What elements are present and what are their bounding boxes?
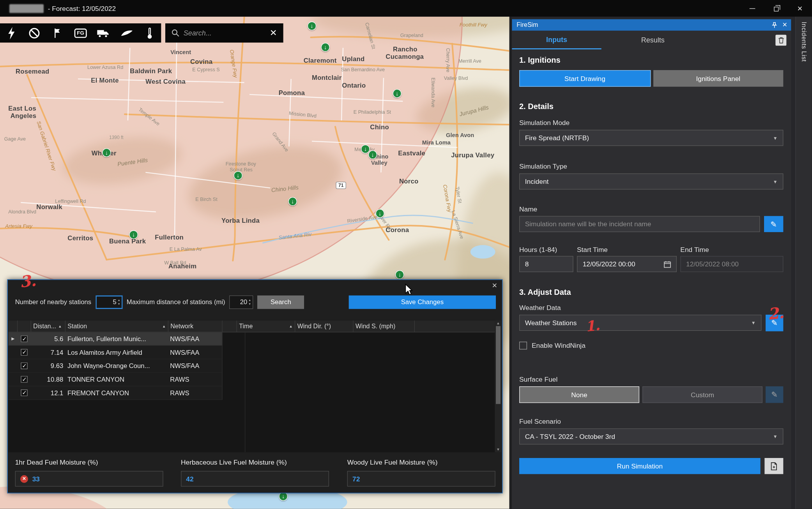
incidents-list-label: Incidents List <box>800 22 808 62</box>
fuel-scenario-select[interactable]: CA - TSYL 2022 - October 3rd ▼ <box>519 428 783 444</box>
tab-results[interactable]: Results <box>601 31 704 49</box>
stations-panel-close-icon[interactable]: ✕ <box>492 282 497 289</box>
header-station[interactable]: Station▲ <box>65 321 168 332</box>
weather-station-marker-icon[interactable]: ↓ <box>129 230 138 239</box>
header-blank <box>223 321 237 332</box>
station-name: John Wayne-Orange Coun... <box>65 362 168 370</box>
export-simulation-button[interactable] <box>764 458 783 474</box>
weather-station-marker-icon[interactable]: ↓ <box>234 171 242 180</box>
woody-fuel-moisture-label: Woody Live Fuel Moisture (%) <box>347 458 495 466</box>
minimize-button[interactable] <box>740 0 764 17</box>
weather-data-select[interactable]: Weather Stations ▼ <box>519 315 761 331</box>
flag-tool-button[interactable] <box>48 25 67 41</box>
weather-station-marker-icon[interactable]: ↓ <box>368 150 377 159</box>
firesim-tabs: Inputs Results <box>512 31 791 49</box>
header-time[interactable]: Time▲ <box>237 321 295 332</box>
hours-label: Hours (1-84) <box>519 246 573 254</box>
header-network[interactable]: Network <box>168 321 223 332</box>
tab-inputs[interactable]: Inputs <box>512 31 601 49</box>
station-row[interactable]: ✓10.88TONNER CANYONRAWS <box>8 373 495 386</box>
calendar-icon[interactable] <box>664 261 671 268</box>
no-entry-tool-button[interactable] <box>25 25 44 41</box>
search-input[interactable] <box>184 29 265 37</box>
ignitions-panel-button[interactable]: Ignitions Panel <box>653 70 783 87</box>
station-row[interactable]: ✓12.1FREMONT CANYONRAWS <box>8 386 495 400</box>
window-controls: ✕ <box>740 0 812 17</box>
station-row[interactable]: ✓7.14Los Alamitos Army AirfieldNWS/FAA <box>8 346 495 359</box>
simulation-name-input[interactable] <box>525 220 754 228</box>
max-distance-input[interactable]: ▲▼ <box>229 296 253 309</box>
station-network: NWS/FAA <box>168 349 222 356</box>
weather-station-marker-icon[interactable]: ↓ <box>375 209 384 218</box>
start-time-input[interactable]: 12/05/2022 00:00 <box>577 256 677 272</box>
surface-fuel-none-button[interactable]: None <box>519 386 639 403</box>
aircraft-icon <box>120 29 133 37</box>
edit-name-button[interactable]: ✎ <box>764 216 783 232</box>
weather-station-marker-icon[interactable]: ↓ <box>102 148 111 157</box>
scrollbar-thumb[interactable] <box>496 326 501 404</box>
stations-search-button[interactable]: Search <box>257 296 304 309</box>
weather-station-marker-icon[interactable]: ↓ <box>395 270 404 279</box>
station-network: NWS/FAA <box>168 335 222 343</box>
station-checkbox[interactable]: ✓ <box>21 389 28 396</box>
weather-station-marker-icon[interactable]: ↓ <box>288 197 297 206</box>
lightning-tool-button[interactable] <box>2 25 21 41</box>
pencil-icon: ✎ <box>770 219 777 229</box>
station-row[interactable]: ✓9.63John Wayne-Orange Coun...NWS/FAA <box>8 359 495 373</box>
lightning-icon <box>7 27 16 39</box>
nearby-stations-input[interactable]: ▲▼ <box>96 296 122 309</box>
firesim-close-icon[interactable]: ✕ <box>782 21 787 29</box>
clear-search-icon[interactable]: ✕ <box>270 28 277 39</box>
header-wind-dir[interactable]: Wind Dir. (°) <box>295 321 353 332</box>
save-changes-button[interactable]: Save Changes <box>349 296 496 309</box>
woody-fuel-moisture-input[interactable]: 72 <box>347 471 495 486</box>
start-time-label: Start Time <box>577 246 677 254</box>
simulation-mode-select[interactable]: Fire Spread (NRTFB) ▼ <box>519 130 783 146</box>
header-wind-speed[interactable]: Wind S. (mph) <box>354 321 415 332</box>
enable-windninja-checkbox[interactable] <box>519 342 527 349</box>
simulation-type-select[interactable]: Incident ▼ <box>519 173 783 189</box>
firesim-title: FireSim <box>517 21 538 29</box>
herbaceous-fuel-moisture-input[interactable]: 42 <box>181 471 329 486</box>
weather-station-marker-icon[interactable]: ↓ <box>279 492 288 501</box>
restore-button[interactable] <box>764 0 788 17</box>
row-expander-icon[interactable]: ▶ <box>8 336 18 341</box>
station-checkbox[interactable]: ✓ <box>21 335 28 342</box>
stepper-icons[interactable]: ▲▼ <box>248 299 251 306</box>
fuel-scenario-label: Fuel Scenario <box>519 417 783 425</box>
truck-tool-button[interactable] <box>94 25 113 41</box>
weather-station-marker-icon[interactable]: ↓ <box>321 43 330 52</box>
weather-station-marker-icon[interactable]: ↓ <box>308 21 317 30</box>
app-name-redacted <box>9 4 44 13</box>
station-checkbox-cell: ✓ <box>18 363 31 369</box>
station-checkbox[interactable]: ✓ <box>21 363 28 369</box>
station-checkbox[interactable]: ✓ <box>21 349 28 356</box>
aircraft-tool-button[interactable] <box>117 25 136 41</box>
header-distance[interactable]: Distan...▲ <box>31 321 65 332</box>
pin-icon[interactable] <box>771 21 778 28</box>
header-checkbox[interactable] <box>18 321 31 332</box>
close-button[interactable]: ✕ <box>788 0 812 17</box>
map-search-bar: ✕ <box>165 23 283 42</box>
station-name: Los Alamitos Army Airfield <box>65 349 168 356</box>
hours-input[interactable]: 8 <box>519 256 573 272</box>
weather-station-marker-icon[interactable]: ↓ <box>393 89 402 98</box>
table-vertical-scrollbar[interactable]: ▲ ▼ <box>495 321 501 453</box>
surface-fuel-custom-button[interactable]: Custom <box>642 386 762 403</box>
firesim-panel-header[interactable]: FireSim ✕ <box>512 19 791 30</box>
max-distance-value[interactable] <box>232 299 247 306</box>
run-simulation-button[interactable]: Run Simulation <box>519 458 761 474</box>
delete-simulation-button[interactable] <box>775 35 786 46</box>
fg-tool-button[interactable]: FG <box>71 25 90 41</box>
station-checkbox[interactable]: ✓ <box>21 376 28 382</box>
dead-fuel-moisture-input[interactable]: ✕ 33 <box>15 471 163 486</box>
thermometer-tool-button[interactable] <box>140 25 159 41</box>
scroll-down-icon[interactable]: ▼ <box>496 447 500 451</box>
incidents-list-tab[interactable]: Incidents List <box>795 17 812 509</box>
stepper-icons[interactable]: ▲▼ <box>118 299 120 306</box>
stations-table: Distan...▲ Station▲ Network Time▲ Wind D… <box>8 321 495 453</box>
start-drawing-button[interactable]: Start Drawing <box>519 70 651 87</box>
station-row[interactable]: ▶✓5.6Fullerton, Fullerton Munic...NWS/FA… <box>8 332 495 346</box>
scroll-up-icon[interactable]: ▲ <box>496 321 500 325</box>
nearby-stations-value[interactable] <box>98 299 116 306</box>
